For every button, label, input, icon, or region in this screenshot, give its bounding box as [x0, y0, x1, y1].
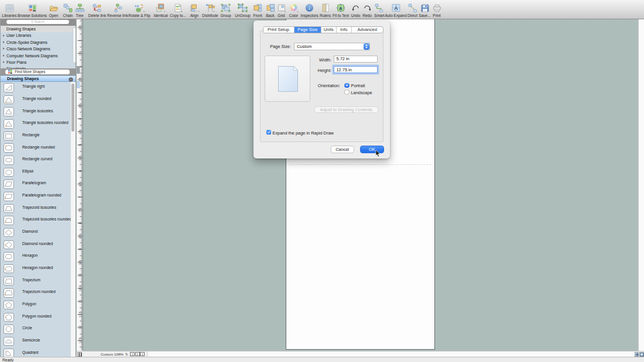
- svg-text:11: 11: [78, 299, 82, 303]
- svg-text:4.5: 4.5: [78, 130, 82, 135]
- svg-text:6.5: 6.5: [78, 182, 82, 187]
- svg-text:12.5: 12.5: [78, 337, 82, 344]
- svg-text:5.5: 5.5: [78, 156, 82, 160]
- svg-text:9: 9: [78, 249, 82, 250]
- svg-text:3.5: 3.5: [78, 104, 82, 108]
- svg-text:9.5: 9.5: [78, 260, 82, 265]
- svg-text:6: 6: [78, 170, 82, 172]
- svg-text:5: 5: [78, 144, 82, 146]
- svg-text:10: 10: [78, 274, 82, 277]
- svg-text:8: 8: [78, 222, 82, 224]
- svg-text:7: 7: [78, 196, 82, 198]
- svg-text:12: 12: [78, 326, 82, 329]
- svg-text:10.5: 10.5: [78, 285, 82, 292]
- svg-text:11.5: 11.5: [78, 311, 82, 317]
- svg-text:8.5: 8.5: [78, 234, 82, 239]
- svg-text:3: 3: [78, 92, 82, 94]
- svg-text:0.5: 0.5: [78, 25, 82, 30]
- svg-text:1.5: 1.5: [78, 51, 82, 56]
- svg-text:1: 1: [78, 40, 82, 42]
- svg-text:7.5: 7.5: [78, 208, 82, 212]
- svg-text:4: 4: [78, 118, 82, 120]
